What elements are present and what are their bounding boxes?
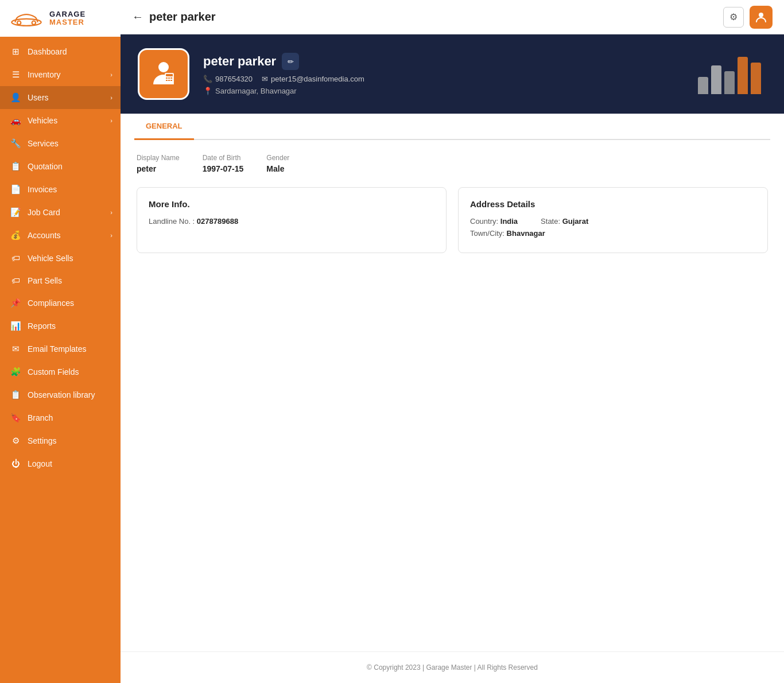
logo: GARAGE MASTER [0,0,121,37]
sidebar-item-label: Job Card [28,208,60,217]
sidebar-item-label: Compliances [28,298,74,308]
sidebar-item-label: Part Sells [28,276,62,285]
chevron-right-icon: › [110,209,112,216]
footer-text: © Copyright 2023 | Garage Master | All R… [367,663,538,672]
email-info: ✉ peter15@dasinfomedia.com [262,75,364,83]
reports-icon: 📊 [10,321,21,331]
country-value: India [500,217,518,226]
sidebar-item-email-templates[interactable]: ✉ Email Templates [0,337,121,360]
state-row: State: Gujarat [541,217,588,226]
display-name-label: Display Name [137,154,180,162]
location-text: Sardarnagar, Bhavnagar [215,87,297,95]
sidebar-item-reports[interactable]: 📊 Reports [0,315,121,337]
email-icon: ✉ [10,344,21,354]
page-title: peter parker [149,10,216,24]
sidebar-item-quotation[interactable]: 📋 Quotation [0,155,121,178]
profile-info: peter parker ✏ 📞 987654320 ✉ peter15@das… [203,53,684,95]
settings-icon: ⚙ [10,436,21,446]
sidebar-item-accounts[interactable]: 💰 Accounts › [0,224,121,247]
avatar [138,48,189,100]
more-info-card: More Info. Landline No. : 0278789688 [137,187,447,253]
dob-value: 1997-07-15 [203,164,244,173]
sidebar-item-branch[interactable]: 🔖 Branch [0,406,121,429]
sidebar-item-label: Services [28,139,59,148]
topbar: ← peter parker ⚙ [121,0,784,34]
country-state-row: Country: India State: Gujarat [470,217,756,226]
logo-garage-text: GARAGE [49,10,86,18]
back-button[interactable]: ← [132,10,143,24]
sidebar-item-settings[interactable]: ⚙ Settings [0,429,121,452]
edit-profile-button[interactable]: ✏ [282,53,299,70]
dob-label: Date of Birth [203,154,244,162]
town-value: Bhavnagar [507,229,545,238]
sidebar-item-vehicle-sells[interactable]: 🏷 Vehicle Sells [0,247,121,269]
sidebar-item-logout[interactable]: ⏻ Logout [0,452,121,475]
svg-rect-8 [166,74,173,76]
more-info-title: More Info. [149,199,434,209]
phone-info: 📞 987654320 [203,75,253,83]
sidebar-item-observation-library[interactable]: 📋 Observation library [0,383,121,406]
chevron-right-icon: › [110,232,112,239]
sidebar-item-label: Dashboard [28,47,67,56]
sidebar-item-label: Vehicles [28,116,57,125]
topbar-right: ⚙ [723,6,773,29]
town-label: Town/City: [470,229,504,238]
jobcard-icon: 📝 [10,207,21,218]
dashboard-icon: ⊞ [10,46,21,57]
sidebar-item-compliances[interactable]: 📌 Compliances [0,292,121,315]
landline-value: 0278789688 [197,217,238,226]
sidebar-item-label: Quotation [28,162,63,171]
user-avatar-button[interactable] [750,6,773,29]
tab-general[interactable]: GENERAL [134,114,194,140]
topbar-left: ← peter parker [132,10,216,24]
display-name-field: Display Name peter [137,154,180,173]
bar-5 [751,63,761,94]
sidebar-item-dashboard[interactable]: ⊞ Dashboard [0,40,121,63]
sidebar-item-label: Users [28,93,49,102]
location-icon: 📍 [203,87,212,95]
sidebar-item-inventory[interactable]: ☰ Inventory › [0,63,121,86]
profile-contact: 📞 987654320 ✉ peter15@dasinfomedia.com [203,75,684,83]
quotation-icon: 📋 [10,161,21,172]
landline-label: Landline No. : [149,217,195,226]
sidebar-item-part-sells[interactable]: 🏷 Part Sells [0,269,121,292]
person-icon [755,11,767,24]
observation-icon: 📋 [10,390,21,400]
country-row: Country: India [470,217,518,226]
sidebar-item-label: Branch [28,413,53,422]
users-icon: 👤 [10,92,21,103]
settings-button[interactable]: ⚙ [723,7,744,28]
sidebar-item-vehicles[interactable]: 🚗 Vehicles › [0,109,121,132]
svg-rect-14 [170,80,172,81]
sidebar-item-users[interactable]: 👤 Users › [0,86,121,109]
sidebar-item-services[interactable]: 🔧 Services [0,132,121,155]
accounts-icon: 💰 [10,230,21,240]
svg-point-3 [18,22,20,24]
sidebar-item-label: Reports [28,321,56,331]
landline-row: Landline No. : 0278789688 [149,217,434,226]
puzzle-icon: 🧩 [10,367,21,377]
svg-rect-12 [166,80,168,81]
sidebar-item-jobcard[interactable]: 📝 Job Card › [0,201,121,224]
display-name-value: peter [137,164,180,173]
bar-1 [698,77,708,94]
profile-location: 📍 Sardarnagar, Bhavnagar [203,87,684,95]
country-label: Country: [470,217,498,226]
sidebar-item-label: Accounts [28,231,61,240]
town-row: Town/City: Bhavnagar [470,229,756,238]
sidebar-item-label: Invoices [28,185,57,194]
content-area: GENERAL Display Name peter Date of Birth… [121,114,784,651]
svg-point-4 [33,22,35,24]
pencil-icon: ✏ [288,57,294,66]
sidebar-item-custom-fields[interactable]: 🧩 Custom Fields [0,360,121,383]
chevron-right-icon: › [110,117,112,124]
sidebar-item-label: Observation library [28,390,95,399]
sidebar-item-label: Custom Fields [28,367,79,377]
bar-chart-decoration [698,54,767,94]
main-content: ← peter parker ⚙ [121,0,784,683]
footer: © Copyright 2023 | Garage Master | All R… [121,651,784,683]
inventory-icon: ☰ [10,69,21,80]
branch-icon: 🔖 [10,413,21,423]
address-card: Address Details Country: India State: Gu… [458,187,768,253]
sidebar-item-invoices[interactable]: 📄 Invoices [0,178,121,201]
